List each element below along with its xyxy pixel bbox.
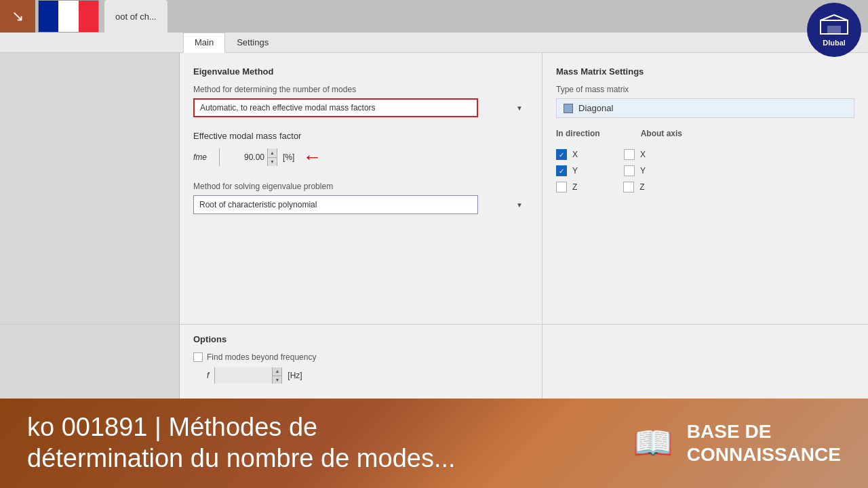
effective-mass-section: Effective modal mass factor	[193, 131, 528, 141]
in-direction-y-label: Y	[572, 166, 578, 176]
bottom-right-panel	[542, 325, 868, 399]
fme-row: fme 90.00 ▲ ▼ [%] ←	[193, 146, 528, 168]
in-direction-x-label: X	[572, 150, 578, 159]
svg-rect-3	[827, 26, 841, 34]
freq-down-arrow[interactable]: ▼	[273, 376, 281, 384]
fme-spinner-arrows[interactable]: ▲ ▼	[267, 148, 277, 166]
method-solving-label: Method for solving eigenvalue problem	[193, 182, 528, 191]
fme-unit: [%]	[283, 152, 294, 162]
french-flag	[38, 0, 99, 33]
base-line1: BASE DE	[687, 420, 841, 443]
panels-row: Eigenvalue Method Method for determining…	[0, 53, 868, 324]
footer-right: 📖 BASE DE CONNAISSANCE	[633, 420, 841, 466]
method-solving-dropdown[interactable]: Root of characteristic polynomial	[193, 195, 478, 214]
freq-row: f ▲ ▼ [Hz]	[193, 367, 528, 384]
find-modes-row: Find modes beyond frequency	[193, 352, 528, 362]
about-axis-y-checkbox[interactable]	[624, 165, 635, 176]
dropdown-arrow-icon: ▼	[516, 104, 523, 112]
type-label: Type of mass matrix	[556, 85, 854, 94]
find-modes-checkbox[interactable]	[193, 352, 203, 362]
about-axis-z-checkbox[interactable]	[623, 182, 634, 192]
tab-partial[interactable]: oot of ch...	[104, 0, 167, 33]
direction-y-row: ✓ Y Y	[556, 165, 854, 176]
footer: ko 001891 | Méthodes de détermination du…	[0, 399, 868, 488]
arrow-icon: ↘	[12, 7, 24, 25]
find-modes-label: Find modes beyond frequency	[207, 352, 316, 362]
book-icon: 📖	[633, 424, 673, 462]
right-panel: Mass Matrix Settings Type of mass matrix…	[542, 53, 868, 324]
freq-input[interactable]: ▲ ▼	[214, 367, 282, 384]
fme-value: 90.00	[220, 148, 267, 166]
dlubal-name: Dlubal	[823, 39, 846, 47]
direction-x-row: ✓ X X	[556, 149, 854, 160]
red-arrow-indicator: ←	[302, 146, 321, 168]
freq-value	[215, 367, 272, 384]
top-bar: ↘ oot of ch... Dlubal	[0, 0, 868, 33]
base-line2: CONNAISSANCE	[687, 443, 841, 466]
in-direction-y-checkbox[interactable]: ✓	[556, 165, 567, 176]
content-body: Main Settings Eigenvalue Method Method f…	[0, 33, 868, 399]
eigenvalue-section-title: Eigenvalue Method	[193, 66, 528, 77]
freq-unit: [Hz]	[288, 371, 302, 380]
footer-main-text: ko 001891 | Méthodes de détermination du…	[27, 412, 456, 474]
left-sidebar-bottom	[0, 325, 180, 399]
method-solving-dropdown-wrapper: Root of characteristic polynomial ▼	[193, 195, 528, 214]
direction-z-row: Z Z	[556, 182, 854, 192]
mass-indicator	[564, 104, 573, 113]
fme-label: fme	[193, 152, 214, 162]
left-panel: Eigenvalue Method Method for determining…	[180, 53, 542, 324]
footer-line2: détermination du nombre de modes...	[27, 443, 456, 474]
mass-type-value: Diagonal	[578, 103, 613, 113]
svg-line-2	[834, 15, 848, 20]
options-panel: Options Find modes beyond frequency f ▲ …	[180, 325, 542, 399]
arrow-button[interactable]: ↘	[0, 0, 35, 33]
svg-line-1	[821, 15, 834, 20]
options-title: Options	[193, 334, 528, 344]
about-axis-x-label: X	[640, 150, 646, 159]
in-direction-z-checkbox[interactable]	[556, 182, 567, 192]
about-axis-y-label: Y	[640, 166, 646, 176]
mass-type-row: Diagonal	[556, 98, 854, 118]
fme-down-arrow[interactable]: ▼	[268, 158, 277, 167]
fme-spinner[interactable]: 90.00 ▲ ▼	[219, 148, 277, 166]
in-direction-z-label: Z	[572, 182, 577, 192]
freq-up-arrow[interactable]: ▲	[273, 367, 281, 376]
mass-matrix-title: Mass Matrix Settings	[556, 66, 854, 77]
in-direction-label: In direction	[556, 129, 600, 138]
tab-settings[interactable]: Settings	[225, 33, 280, 52]
freq-label: f	[207, 371, 209, 380]
in-direction-x-checkbox[interactable]: ✓	[556, 149, 567, 160]
freq-arrows[interactable]: ▲ ▼	[272, 367, 281, 384]
about-axis-x-checkbox[interactable]	[624, 149, 635, 160]
base-text-block: BASE DE CONNAISSANCE	[687, 420, 841, 466]
about-axis-label: About axis	[641, 129, 682, 138]
left-sidebar	[0, 53, 180, 324]
dlubal-icon-svg	[817, 14, 851, 37]
method-modes-dropdown-wrapper: Automatic, to reach effective modal mass…	[193, 98, 528, 117]
footer-line1: ko 001891 | Méthodes de	[27, 412, 456, 443]
method-modes-dropdown[interactable]: Automatic, to reach effective modal mass…	[193, 98, 478, 117]
fme-up-arrow[interactable]: ▲	[268, 148, 277, 158]
tab-main[interactable]: Main	[183, 33, 225, 53]
method-modes-label: Method for determining the number of mod…	[193, 85, 528, 94]
bottom-row: Options Find modes beyond frequency f ▲ …	[0, 324, 868, 399]
dlubal-logo: Dlubal	[807, 3, 861, 57]
solving-dropdown-arrow-icon: ▼	[516, 201, 523, 209]
about-axis-z-label: Z	[639, 182, 644, 192]
